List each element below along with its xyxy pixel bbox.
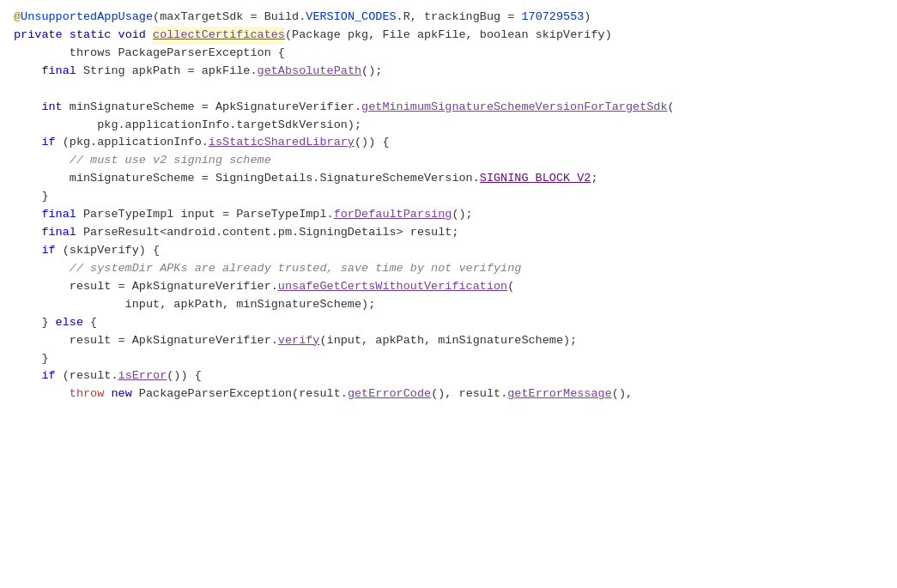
code-token: if — [41, 367, 55, 385]
code-token: (skipVerify) { — [56, 242, 161, 260]
code-token: SIGNING_BLOCK_V2 — [480, 170, 591, 188]
code-token: ()) { — [167, 367, 202, 385]
code-view: @UnsupportedAppUsage(maxTargetSdk = Buil… — [0, 0, 897, 588]
code-token — [63, 27, 70, 45]
code-line: if (skipVerify) { — [0, 242, 897, 260]
code-token: (result. — [56, 367, 118, 385]
code-token: (), — [612, 385, 633, 403]
code-line: throws PackageParserException { — [0, 45, 897, 63]
code-token — [14, 134, 41, 152]
code-token: private — [14, 27, 63, 45]
code-token: verify — [278, 332, 320, 350]
code-line: } — [0, 350, 897, 368]
code-token: forDefaultParsing — [334, 206, 452, 224]
code-token: @ — [14, 9, 21, 27]
code-token: minSignatureScheme = ApkSignatureVerifie… — [63, 99, 361, 117]
code-token: UnsupportedAppUsage — [21, 9, 153, 27]
code-token: (); — [452, 206, 472, 224]
code-token: ; — [591, 170, 597, 188]
code-token — [14, 206, 41, 224]
code-token: (pkg.applicationInfo. — [56, 134, 209, 152]
code-line: final String apkPath = apkFile.getAbsolu… — [0, 63, 897, 81]
code-token: static — [70, 27, 112, 45]
code-token: isError — [118, 367, 167, 385]
code-line — [0, 81, 897, 99]
code-token: ()) { — [355, 134, 390, 152]
code-token: int — [41, 99, 62, 117]
code-token: isStaticSharedLibrary — [209, 134, 355, 152]
code-token: final — [41, 63, 76, 81]
code-token: PackageParserException { — [111, 45, 285, 63]
code-token: ( — [668, 99, 675, 117]
code-token — [14, 224, 41, 242]
code-line: throw new PackageParserException(result.… — [0, 385, 897, 403]
code-token: if — [41, 242, 55, 260]
code-token: 170729553 — [521, 9, 584, 27]
code-line: // must use v2 signing scheme — [0, 152, 897, 170]
code-token: unsafeGetCertsWithoutVerification — [278, 278, 507, 296]
code-token: getErrorCode — [348, 385, 431, 403]
code-token: getAbsolutePath — [258, 63, 362, 81]
code-token: // must use v2 signing scheme — [14, 152, 271, 170]
code-token: minSignatureScheme = SigningDetails.Sign… — [14, 170, 480, 188]
code-token: else — [56, 314, 83, 332]
code-line: if (pkg.applicationInfo.isStaticSharedLi… — [0, 134, 897, 152]
code-line: int minSignatureScheme = ApkSignatureVer… — [0, 99, 897, 117]
code-token: throws — [14, 45, 111, 63]
code-token: (), result. — [431, 385, 507, 403]
code-line: } — [0, 188, 897, 206]
code-token: if — [41, 134, 55, 152]
code-line: result = ApkSignatureVerifier.verify(inp… — [0, 332, 897, 350]
code-token: ParseResult<android.content.pm.SigningDe… — [76, 224, 459, 242]
code-line: if (result.isError()) { — [0, 367, 897, 385]
code-line: final ParseTypeImpl input = ParseTypeImp… — [0, 206, 897, 224]
code-token: throw — [70, 385, 105, 403]
code-token: new — [111, 385, 131, 403]
code-token: ( — [507, 278, 514, 296]
code-token: final — [41, 224, 76, 242]
code-line: private static void collectCertificates(… — [0, 27, 897, 45]
code-token: VERSION_CODES — [306, 9, 396, 27]
code-token — [14, 367, 41, 385]
code-token — [14, 385, 70, 403]
code-token: (input, apkPath, minSignatureScheme); — [319, 332, 577, 350]
code-line: result = ApkSignatureVerifier.unsafeGetC… — [0, 278, 897, 296]
code-line: pkg.applicationInfo.targetSdkVersion); — [0, 117, 897, 135]
code-token: result = ApkSignatureVerifier. — [14, 332, 278, 350]
code-line: } else { — [0, 314, 897, 332]
code-token: collectCertificates — [153, 27, 285, 45]
code-token: String apkPath = apkFile. — [76, 63, 258, 81]
code-line: final ParseResult<android.content.pm.Sig… — [0, 224, 897, 242]
code-token: (maxTargetSdk = Build. — [153, 9, 306, 27]
code-token: { — [83, 314, 97, 332]
code-token: // systemDir APKs are already trusted, s… — [14, 260, 521, 278]
code-token: result = ApkSignatureVerifier. — [14, 278, 278, 296]
code-token: PackageParserException(result. — [132, 385, 348, 403]
code-token: getMinimumSignatureSchemeVersionForTarge… — [361, 99, 667, 117]
code-token: (Package pkg, File apkFile, boolean skip… — [285, 27, 612, 45]
code-line: minSignatureScheme = SigningDetails.Sign… — [0, 170, 897, 188]
code-line: input, apkPath, minSignatureScheme); — [0, 296, 897, 314]
code-line: // systemDir APKs are already trusted, s… — [0, 260, 897, 278]
code-token: .R, trackingBug = — [397, 9, 522, 27]
code-line: @UnsupportedAppUsage(maxTargetSdk = Buil… — [0, 9, 897, 27]
code-token — [14, 99, 41, 117]
code-token: } — [14, 350, 49, 368]
code-token — [14, 242, 41, 260]
code-token: (); — [361, 63, 382, 81]
code-token — [14, 63, 41, 81]
code-token: void — [111, 27, 153, 45]
code-token: getErrorMessage — [507, 385, 612, 403]
code-token: pkg.applicationInfo.targetSdkVersion); — [14, 117, 361, 135]
code-token: } — [14, 188, 49, 206]
code-token: ) — [584, 9, 591, 27]
code-token — [104, 385, 111, 403]
code-token: } — [14, 314, 56, 332]
code-token: ParseTypeImpl input = ParseTypeImpl. — [76, 206, 334, 224]
code-token: input, apkPath, minSignatureScheme); — [14, 296, 375, 314]
code-token: final — [41, 206, 76, 224]
